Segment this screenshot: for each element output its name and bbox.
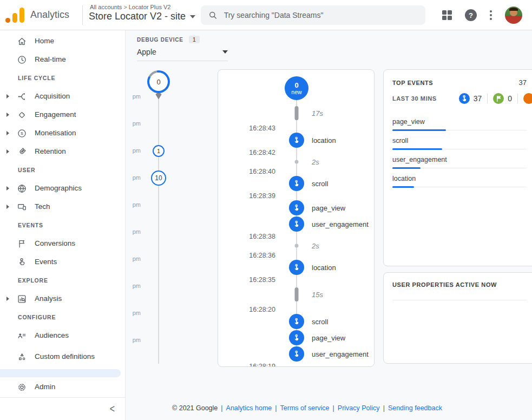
sidebar-item-acquisition[interactable]: Acquisition bbox=[0, 87, 125, 106]
brand-name: Analytics bbox=[30, 9, 69, 21]
expand-chevron-icon[interactable] bbox=[6, 113, 9, 117]
sidebar-selected-highlight[interactable] bbox=[0, 369, 121, 377]
help-icon[interactable]: ? bbox=[465, 9, 477, 21]
footer-link-privacy-policy[interactable]: Privacy Policy bbox=[338, 404, 380, 412]
minute-marker[interactable] bbox=[155, 92, 163, 102]
breadcrumb-all-accounts[interactable]: All accounts bbox=[90, 4, 122, 10]
errors-count bbox=[523, 93, 527, 104]
minute-pm-label: pm bbox=[127, 201, 141, 208]
top-events-total: 37 bbox=[519, 78, 527, 87]
new-events-badge[interactable]: 0 new bbox=[285, 76, 308, 100]
analytics-logo-icon[interactable] bbox=[5, 6, 26, 24]
minute-pin-icon bbox=[155, 93, 163, 102]
event-name: user_engagement bbox=[312, 220, 369, 228]
sidebar-item-admin[interactable]: Admin bbox=[0, 378, 125, 396]
sidebar-item-real-time[interactable]: Real-time bbox=[0, 50, 125, 69]
event-gap-row: 15s bbox=[218, 284, 374, 305]
logo-bar-tall bbox=[19, 8, 24, 23]
top-events-title: TOP EVENTS bbox=[392, 80, 433, 86]
search-input[interactable] bbox=[224, 11, 418, 19]
tap-event-icon bbox=[289, 260, 304, 275]
search-icon bbox=[208, 10, 218, 20]
minutes-current-circle[interactable]: 0 bbox=[147, 70, 170, 93]
minute-pm-label: pm bbox=[127, 283, 141, 289]
sidebar-section-life-cycle: LIFE CYCLE bbox=[0, 69, 125, 87]
top-event-bar bbox=[392, 186, 414, 188]
counter-value: 37 bbox=[474, 94, 482, 103]
demographics-icon bbox=[16, 183, 27, 194]
sidebar-item-demographics[interactable]: Demographics bbox=[0, 179, 125, 198]
expand-chevron-icon[interactable] bbox=[6, 186, 9, 191]
event-row-location[interactable]: location bbox=[218, 132, 374, 148]
event-name: location bbox=[312, 264, 336, 272]
event-timestamp-row: 16:28:40 bbox=[218, 167, 374, 175]
sidebar-item-monetisation[interactable]: $Monetisation bbox=[0, 124, 125, 142]
error-icon bbox=[523, 93, 532, 104]
event-gap-row: 2s bbox=[218, 156, 374, 167]
debug-device-select[interactable]: Apple bbox=[137, 48, 228, 61]
clock-icon bbox=[16, 54, 27, 65]
footer-link-analytics-home[interactable]: Analytics home bbox=[226, 404, 272, 412]
collapse-sidebar-button[interactable]: < bbox=[110, 403, 115, 415]
gap-marker bbox=[295, 160, 299, 164]
sidebar-item-tech[interactable]: Tech bbox=[0, 198, 125, 216]
footer-link-terms-of-service[interactable]: Terms of service bbox=[280, 404, 330, 412]
top-event-row-location[interactable]: location bbox=[392, 168, 527, 187]
footer-link-sending-feedback[interactable]: Sending feedback bbox=[388, 404, 442, 412]
top-event-row-user_engagement[interactable]: user_engagement bbox=[392, 149, 527, 168]
event-row-location[interactable]: location bbox=[218, 259, 374, 275]
event-gap-row: 17s bbox=[218, 102, 374, 124]
sidebar-section-user: USER bbox=[0, 161, 125, 179]
audiences-icon bbox=[16, 330, 27, 341]
event-row-page_view[interactable]: page_view bbox=[218, 330, 374, 346]
property-switcher[interactable]: Store Locator V2 - site bbox=[89, 11, 195, 22]
minute-pm-label: pm bbox=[127, 337, 141, 343]
acquisition-icon bbox=[16, 91, 27, 102]
expand-chevron-icon[interactable] bbox=[6, 205, 9, 209]
apps-grid-icon[interactable] bbox=[442, 10, 452, 20]
event-row-user_engagement[interactable]: user_engagement bbox=[218, 346, 374, 362]
event-timestamp-row: 16:28:36 bbox=[218, 251, 374, 259]
sidebar-item-retention[interactable]: Retention bbox=[0, 142, 125, 161]
debug-device-count-badge: 1 bbox=[189, 36, 200, 43]
sidebar-item-engagement[interactable]: Engagement bbox=[0, 106, 125, 124]
expand-chevron-icon[interactable] bbox=[6, 131, 9, 135]
property-title: Store Locator V2 - site bbox=[89, 11, 186, 22]
sidebar-item-conversions[interactable]: Conversions bbox=[0, 234, 125, 253]
gap-duration: 2s bbox=[312, 242, 319, 250]
svg-text:$: $ bbox=[21, 131, 23, 136]
event-row-page_view[interactable]: page_view bbox=[218, 200, 374, 216]
sidebar-item-label: Analysis bbox=[35, 294, 62, 303]
event-timestamp-row: 16:28:20 bbox=[218, 305, 374, 313]
footer-separator: | bbox=[333, 404, 334, 412]
sidebar-item-home[interactable]: Home bbox=[0, 32, 125, 50]
event-row-scroll[interactable]: scroll bbox=[218, 313, 374, 330]
sidebar-item-custom-definitions[interactable]: Custom definitions bbox=[0, 345, 125, 369]
avatar[interactable] bbox=[505, 6, 522, 24]
minute-pm-label: pm bbox=[127, 174, 141, 181]
minute-count-circle[interactable]: 10 bbox=[151, 170, 166, 186]
event-row-scroll[interactable]: scroll bbox=[218, 175, 374, 192]
top-event-row-page_view[interactable]: page_view bbox=[392, 111, 527, 130]
counter-value: 0 bbox=[508, 94, 512, 103]
breadcrumb[interactable]: All accounts>Locator Plus V2 bbox=[90, 4, 170, 10]
expand-chevron-icon[interactable] bbox=[6, 297, 9, 301]
sidebar-item-analysis[interactable]: Analysis bbox=[0, 290, 125, 308]
minute-count-circle[interactable]: 1 bbox=[153, 145, 165, 157]
search-bar[interactable] bbox=[201, 5, 425, 25]
expand-chevron-icon[interactable] bbox=[6, 94, 9, 99]
event-gap-row: 2s bbox=[218, 240, 374, 251]
minute-marker[interactable]: 10 bbox=[151, 170, 166, 186]
sidebar-item-events[interactable]: Events bbox=[0, 253, 125, 271]
top-event-row-scroll[interactable]: scroll bbox=[392, 130, 527, 149]
event-row-user_engagement[interactable]: user_engagement bbox=[218, 216, 374, 232]
minute-marker[interactable]: 1 bbox=[153, 145, 165, 157]
more-menu-icon[interactable] bbox=[490, 10, 492, 20]
new-events-count: 0 bbox=[294, 82, 298, 89]
tap-event-icon bbox=[289, 346, 304, 362]
expand-chevron-icon[interactable] bbox=[6, 149, 9, 154]
tech-icon bbox=[16, 201, 27, 212]
sidebar-item-audiences[interactable]: Audiences bbox=[0, 326, 125, 345]
event-timestamp: 16:28:38 bbox=[249, 233, 275, 240]
breadcrumb-account[interactable]: Locator Plus V2 bbox=[129, 4, 171, 10]
